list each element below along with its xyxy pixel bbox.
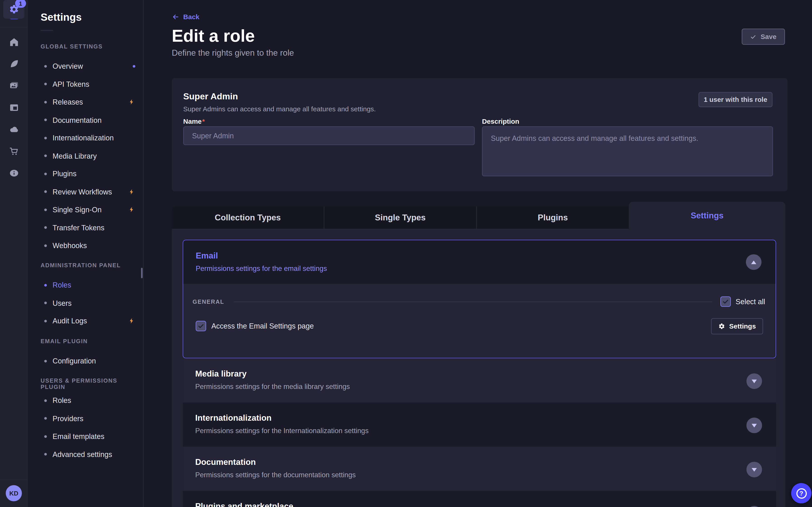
accordion-row-subtitle: Permissions settings for the media libra… xyxy=(195,383,350,391)
sidebar-item[interactable]: Providers xyxy=(28,409,143,428)
accordion-row-subtitle: Permissions settings for the Internation… xyxy=(195,427,368,435)
subnav-title: Settings xyxy=(41,11,82,23)
sidebar-item[interactable]: Plugins xyxy=(28,165,143,183)
sidebar-item-label: Documentation xyxy=(53,116,101,124)
chevron-up-icon xyxy=(751,260,756,264)
tab-collection-types[interactable]: Collection Types xyxy=(172,207,324,229)
sidebar-item-label: Internationalization xyxy=(53,134,114,142)
settings-badge: 1 xyxy=(15,0,26,8)
nav-items-admin: Roles Users Audit Logs xyxy=(28,276,143,330)
gear-icon xyxy=(718,323,725,330)
sidebar-item[interactable]: Media Library xyxy=(28,147,143,165)
sidebar-item[interactable]: Advanced settings xyxy=(28,446,143,463)
nav-section-label: ADMINISTRATION PANEL xyxy=(28,262,143,269)
sidebar-item-label: Audit Logs xyxy=(53,317,87,325)
sidebar-item[interactable]: API Tokens xyxy=(28,75,143,93)
bullet-icon xyxy=(44,155,47,157)
select-all-checkbox[interactable] xyxy=(720,296,731,307)
sidebar-item-label: Single Sign-On xyxy=(53,206,101,214)
tab-plugins[interactable]: Plugins xyxy=(476,207,629,229)
sidebar-item[interactable]: Internationalization xyxy=(28,129,143,147)
sidebar-item[interactable]: Roles xyxy=(28,392,143,410)
sidebar-item-label: Configuration xyxy=(53,357,96,365)
name-field[interactable] xyxy=(183,126,474,145)
description-field[interactable]: Super Admins can access and manage all f… xyxy=(482,126,773,176)
bullet-icon xyxy=(44,244,47,247)
sidebar-item[interactable]: Overview xyxy=(28,57,143,75)
bullet-icon xyxy=(44,136,47,139)
permission-checkbox[interactable] xyxy=(196,321,206,331)
sidebar-item[interactable]: Single Sign-On xyxy=(28,201,143,219)
bullet-icon xyxy=(44,83,47,86)
sidebar-item[interactable]: Review Workflows xyxy=(28,183,143,201)
sidebar-item-label: Transfer Tokens xyxy=(53,224,104,232)
expand-toggle-button[interactable] xyxy=(746,462,762,477)
sidebar-item-label: Roles xyxy=(53,396,71,405)
nav-section-label: EMAIL PLUGIN xyxy=(28,338,143,345)
permission-row: Access the Email Settings page xyxy=(196,321,314,331)
sidebar-item[interactable]: Webhooks xyxy=(28,237,143,255)
sidebar-item-label: Media Library xyxy=(53,152,97,160)
help-button[interactable]: ? xyxy=(791,483,812,503)
bullet-icon xyxy=(44,173,47,175)
expand-toggle-button[interactable] xyxy=(746,374,762,389)
sidebar-item-label: Email templates xyxy=(53,432,104,441)
nav-items-up: Roles Providers Email templates xyxy=(28,392,143,463)
sidebar-item[interactable]: Audit Logs xyxy=(28,312,143,330)
sidebar-item[interactable]: Roles xyxy=(28,276,143,294)
sidebar-item-settings[interactable]: 1 xyxy=(3,0,24,19)
expand-toggle-button[interactable] xyxy=(746,417,762,433)
icon-rail: 1 KD xyxy=(0,0,28,507)
chevron-down-icon xyxy=(752,379,757,383)
users-with-role-button[interactable]: 1 user with this role xyxy=(699,92,772,107)
avatar[interactable]: KD xyxy=(6,485,22,501)
back-label: Back xyxy=(183,13,199,21)
sidebar-item[interactable]: Email templates xyxy=(28,428,143,446)
email-settings-button-label: Settings xyxy=(729,323,756,330)
bullet-icon xyxy=(44,417,47,420)
subnav-scrollbar-thumb[interactable] xyxy=(141,268,143,278)
media-library-icon xyxy=(9,81,19,91)
description-label: Description xyxy=(482,118,519,125)
accordion-row[interactable]: Documentation Permissions settings for t… xyxy=(183,447,776,491)
layout-icon xyxy=(9,103,19,113)
sidebar-item-marketplace[interactable] xyxy=(0,142,28,161)
sidebar-item[interactable]: Configuration xyxy=(28,352,143,370)
save-button[interactable]: Save xyxy=(742,29,785,45)
sidebar-item[interactable]: Transfer Tokens xyxy=(28,219,143,237)
bullet-icon xyxy=(44,65,47,68)
sidebar-item-information[interactable] xyxy=(0,164,28,182)
expand-toggle-button[interactable] xyxy=(746,506,762,507)
divider xyxy=(234,301,712,302)
sidebar-item-media-library[interactable] xyxy=(0,76,28,95)
home-icon xyxy=(9,37,19,47)
accordion-row[interactable]: Media library Permissions settings for t… xyxy=(183,358,776,402)
sidebar-item-deploy-cloud[interactable] xyxy=(0,120,28,139)
sidebar-item-label: Users xyxy=(53,299,71,307)
accordion-email-header[interactable]: Email Permissions settings for the email… xyxy=(183,240,775,284)
accordion-row[interactable]: Internationalization Permissions setting… xyxy=(183,402,776,447)
question-mark-icon: ? xyxy=(796,488,807,498)
sidebar-item-content-manager[interactable] xyxy=(0,55,28,73)
accordion-row[interactable]: Plugins and marketplace xyxy=(183,491,776,507)
sidebar-item[interactable]: Users xyxy=(28,294,143,312)
strapi-admin-app: 1 KD Settings GLOBAL SETTINGS Overview xyxy=(0,0,812,507)
bullet-icon xyxy=(44,453,47,456)
sidebar-item-label: Roles xyxy=(53,281,71,289)
sidebar-item-content-type-builder[interactable] xyxy=(0,98,28,117)
collapse-toggle-button[interactable] xyxy=(746,254,761,270)
sidebar-item-label: API Tokens xyxy=(53,80,89,88)
tab-settings[interactable]: Settings xyxy=(629,202,785,229)
sidebar-item[interactable]: Documentation xyxy=(28,111,143,129)
accordion-email-body: GENERAL Select all Access the Email Sett… xyxy=(183,284,775,358)
role-subtitle: Super Admins can access and manage all f… xyxy=(183,105,376,113)
sidebar-item-label: Webhooks xyxy=(53,241,87,250)
nav-section-global-settings: GLOBAL SETTINGS Overview API Tokens xyxy=(28,43,143,255)
sidebar-item-home[interactable] xyxy=(0,33,28,51)
rail-divider xyxy=(0,480,28,480)
check-icon xyxy=(197,323,205,330)
email-settings-button[interactable]: Settings xyxy=(711,318,763,334)
tab-single-types[interactable]: Single Types xyxy=(324,207,476,229)
sidebar-item[interactable]: Releases xyxy=(28,93,143,111)
back-link[interactable]: Back xyxy=(172,13,199,21)
